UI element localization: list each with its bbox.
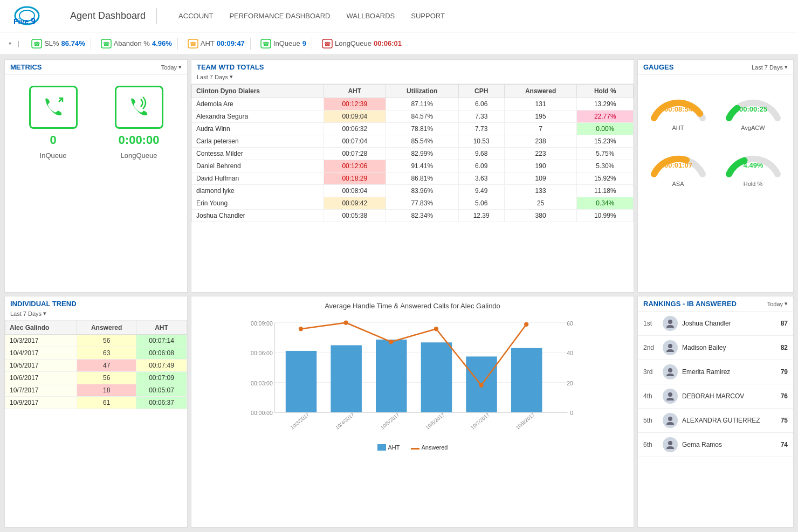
- nav-account[interactable]: ACCOUNT: [178, 12, 213, 20]
- team-title: TEAM WTD TOTALS: [197, 63, 264, 71]
- gauges-filter[interactable]: Last 7 Days ▾: [752, 64, 788, 71]
- trend-date: 10/7/2017: [5, 384, 77, 397]
- answered-dot-6: [524, 322, 528, 327]
- hold-cell: 5.30%: [577, 160, 634, 172]
- svg-text:00:09:00: 00:09:00: [251, 321, 273, 327]
- svg-text:00:01:07: 00:01:07: [664, 161, 692, 169]
- trend-date: 10/9/2017: [5, 397, 77, 409]
- answered-cell: 238: [504, 135, 577, 148]
- nav-wallboards[interactable]: WALLBOARDS: [346, 12, 395, 20]
- answered-cell: 131: [504, 98, 577, 110]
- team-filter[interactable]: Last 7 Days ▾: [197, 73, 233, 80]
- metrics-title: METRICS: [10, 63, 42, 71]
- hold-cell: 15.23%: [577, 135, 634, 148]
- rank-name: Emerita Ramirez: [682, 368, 776, 376]
- util-cell: 86.81%: [386, 172, 458, 185]
- util-cell: 78.81%: [386, 123, 458, 135]
- table-row: Ademola Are 00:12:39 87.11% 6.06 131 13.…: [192, 98, 634, 110]
- col-cph: CPH: [458, 85, 504, 98]
- legend-aht-label: AHT: [388, 444, 400, 451]
- nav-support[interactable]: SUPPORT: [411, 12, 445, 20]
- table-row: Audra Winn 00:06:32 78.81% 7.73 7 0.00%: [192, 123, 634, 135]
- abandon-phone-icon: ☎: [101, 39, 112, 49]
- longqueue-metric: 0:00:00 LongQueue: [115, 86, 163, 160]
- gauge-avgacw: 00:00:25 AvgACW: [718, 80, 788, 131]
- longqueue-icon-box: [115, 86, 163, 129]
- agent-name: Audra Winn: [192, 123, 324, 135]
- rank-value: 87: [781, 320, 788, 327]
- gauge-asa-label: ASA: [672, 181, 684, 187]
- trend-date: 10/4/2017: [5, 347, 77, 360]
- trend-filter[interactable]: Last 7 Days ▾: [10, 310, 46, 317]
- agent-name: David Huffman: [192, 172, 324, 185]
- legend-aht: AHT: [377, 444, 400, 451]
- legend-answered-color: [411, 448, 419, 450]
- util-cell: 83.96%: [386, 185, 458, 197]
- list-item: 6th Gema Ramos 74: [638, 433, 793, 457]
- avatar: [663, 437, 678, 452]
- svg-point-39: [668, 344, 672, 348]
- rank-number: 2nd: [643, 344, 658, 351]
- status-sl: ☎ SL% 86.74%: [26, 38, 91, 50]
- rank-name: Joshua Chandler: [682, 320, 776, 327]
- col-aht: AHT: [324, 85, 386, 98]
- trend-aht: 00:07:09: [136, 372, 187, 384]
- answered-cell: 109: [504, 172, 577, 185]
- status-toggle[interactable]: ▾: [9, 40, 11, 46]
- nav-performance[interactable]: PERFORMANCE DASHBOARD: [229, 12, 330, 20]
- bar-2: [331, 346, 362, 412]
- status-inqueue: ☎ InQueue 9: [255, 38, 312, 50]
- svg-text:0: 0: [570, 410, 573, 416]
- bar-1: [286, 351, 317, 412]
- answered-dot-1: [299, 327, 303, 331]
- bar-6: [511, 348, 542, 412]
- team-header: TEAM WTD TOTALS Last 7 Days ▾: [191, 60, 634, 84]
- avatar: [663, 413, 678, 428]
- answered-cell: 190: [504, 160, 577, 172]
- rank-number: 5th: [643, 417, 658, 424]
- answered-dot-4: [434, 327, 438, 331]
- svg-text:20: 20: [567, 381, 573, 386]
- inqueue-status-value: 9: [302, 39, 306, 47]
- hold-cell: 11.18%: [577, 185, 634, 197]
- metrics-panel: METRICS Today ▾ 0 InQueue: [4, 59, 188, 293]
- util-cell: 87.11%: [386, 98, 458, 110]
- list-item: 10/4/2017 63 00:06:08: [5, 347, 187, 360]
- cph-cell: 9.68: [458, 148, 504, 160]
- cph-cell: 10.53: [458, 135, 504, 148]
- list-item: 3rd Emerita Ramirez 79: [638, 360, 793, 384]
- status-bar: ▾ | ☎ SL% 86.74% ☎ Abandon % 4.96% ☎ AHT…: [0, 32, 798, 55]
- chart-title: Average Handle Time & Answered Calls for…: [197, 302, 628, 310]
- longqueue-value: 0:00:00: [119, 133, 160, 147]
- longqueue-label: LongQueue: [121, 151, 157, 160]
- svg-text:00:00:00: 00:00:00: [251, 410, 273, 416]
- metrics-header: METRICS Today ▾: [5, 60, 187, 75]
- avatar: [663, 389, 678, 404]
- sl-value: 86.74%: [61, 39, 85, 47]
- svg-text:☎: ☎: [190, 41, 196, 47]
- util-cell: 82.34%: [386, 210, 458, 222]
- legend-answered-label: Answered: [422, 444, 448, 451]
- answered-dot-2: [343, 321, 348, 325]
- rank-number: 3rd: [643, 368, 658, 376]
- gauges-panel: GAUGES Last 7 Days ▾ 00:08:54 AHT: [637, 59, 794, 293]
- cph-cell: 6.06: [458, 98, 504, 110]
- hold-cell: 13.29%: [577, 98, 634, 110]
- util-cell: 85.54%: [386, 135, 458, 148]
- aht-cell: 00:07:04: [324, 135, 386, 148]
- trend-answered: 56: [77, 372, 136, 384]
- table-row: Joshua Chandler 00:05:38 82.34% 12.39 38…: [192, 210, 634, 222]
- agent-name: Erin Young: [192, 197, 324, 210]
- rankings-header: RANKINGS - IB ANSWERED Today ▾: [638, 296, 793, 312]
- rank-value: 75: [781, 417, 788, 424]
- rank-name: DEBORAH MARCOV: [682, 392, 776, 400]
- util-cell: 84.57%: [386, 110, 458, 123]
- status-longqueue: ☎ LongQueue 00:06:01: [317, 38, 407, 50]
- metrics-filter[interactable]: Today ▾: [161, 64, 182, 71]
- svg-text:☎: ☎: [103, 41, 109, 47]
- rankings-filter[interactable]: Today ▾: [767, 300, 788, 307]
- gauge-avgacw-label: AvgACW: [741, 125, 765, 131]
- gauge-hold-label: Hold %: [744, 181, 762, 187]
- trend-table: Alec Galindo Answered AHT 10/3/2017 56 0…: [5, 321, 187, 409]
- rankings-list: 1st Joshua Chandler 87 2nd Madison Baile…: [638, 312, 793, 457]
